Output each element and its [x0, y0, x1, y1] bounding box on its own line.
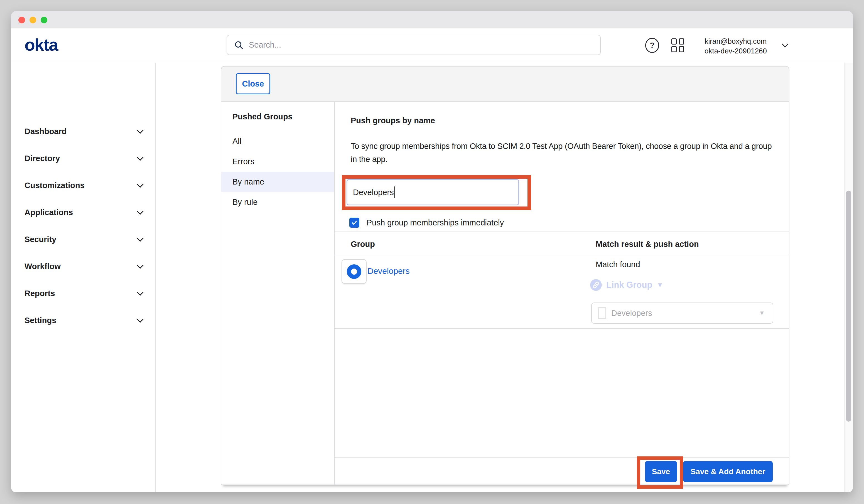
global-search-input[interactable]: Search... — [227, 35, 601, 55]
account-menu[interactable]: kiran@boxyhq.com okta-dev-20901260 — [695, 36, 776, 56]
column-header-match-result: Match result & push action — [596, 240, 699, 249]
text-cursor — [394, 187, 395, 198]
close-window-button[interactable] — [19, 17, 25, 23]
chevron-down-icon — [137, 289, 143, 296]
sidebar: Dashboard Directory Customizations Appli… — [11, 63, 156, 492]
table-row-bottom-border — [335, 328, 789, 329]
app-group-dropdown[interactable]: Developers ▼ — [591, 302, 773, 324]
search-icon — [234, 40, 244, 50]
chevron-down-icon — [137, 181, 143, 188]
chevron-down-icon — [137, 235, 143, 242]
group-name-input[interactable]: Developers — [347, 179, 519, 205]
match-status: Match found — [596, 260, 640, 269]
checkbox-check-icon — [351, 219, 358, 226]
group-avatar — [341, 259, 367, 284]
minimize-window-button[interactable] — [29, 17, 36, 23]
sidebar-item-security[interactable]: Security — [11, 226, 155, 253]
okta-group-icon — [347, 264, 361, 279]
org-name: okta-dev-20901260 — [695, 46, 776, 56]
footer-top-border — [335, 457, 789, 457]
chevron-down-icon — [137, 208, 143, 215]
sidebar-item-dashboard[interactable]: Dashboard — [11, 118, 155, 145]
apps-grid-icon[interactable] — [671, 38, 685, 52]
link-group-label: Link Group — [606, 280, 652, 290]
app-header: okta Search... ? kiran@boxyhq.com okta-d… — [11, 28, 853, 62]
app-group-value: Developers — [611, 309, 759, 318]
table-header-top-border — [335, 231, 789, 232]
search-placeholder: Search... — [249, 40, 281, 49]
group-name-value: Developers — [353, 188, 394, 197]
nav-item-by-name[interactable]: By name — [221, 172, 334, 192]
zoom-window-button[interactable] — [41, 17, 47, 23]
sidebar-item-customizations[interactable]: Customizations — [11, 172, 155, 199]
chevron-down-icon — [137, 154, 143, 160]
panel-toolbar: Close — [221, 67, 789, 101]
form-title: Push groups by name — [351, 116, 435, 125]
chevron-down-icon — [137, 262, 143, 268]
account-chevron-down-icon[interactable] — [782, 41, 788, 47]
sidebar-item-workflow[interactable]: Workflow — [11, 253, 155, 280]
chevron-down-icon — [137, 316, 143, 323]
push-immediately-checkbox[interactable] — [349, 218, 359, 228]
table-header-bottom-border — [335, 255, 789, 255]
okta-logo: okta — [24, 28, 58, 62]
push-immediately-label: Push group memberships immediately — [367, 218, 504, 228]
pushed-groups-title: Pushed Groups — [232, 107, 292, 127]
nav-item-errors[interactable]: Errors — [221, 152, 334, 172]
browser-window: okta Search... ? kiran@boxyhq.com okta-d… — [11, 11, 853, 492]
nav-item-all[interactable]: All — [221, 131, 334, 152]
nav-item-by-rule[interactable]: By rule — [221, 192, 334, 212]
link-icon — [590, 279, 602, 291]
dropdown-caret-icon: ▼ — [759, 310, 765, 317]
close-button[interactable]: Close — [236, 73, 270, 94]
form-description: To sync group memberships from Okta to S… — [351, 140, 779, 166]
pushed-groups-nav: Pushed Groups All Errors By name By rule — [221, 102, 335, 485]
user-email: kiran@boxyhq.com — [695, 36, 776, 46]
group-link[interactable]: Developers — [368, 266, 410, 276]
sidebar-item-applications[interactable]: Applications — [11, 199, 155, 226]
sidebar-item-directory[interactable]: Directory — [11, 145, 155, 172]
sidebar-item-reports[interactable]: Reports — [11, 280, 155, 307]
sidebar-item-settings[interactable]: Settings — [11, 307, 155, 334]
link-group-button[interactable]: Link Group ▼ — [590, 278, 663, 292]
app-group-icon — [598, 307, 606, 319]
chevron-down-icon — [137, 127, 143, 134]
push-groups-panel: Close Pushed Groups All Errors By name B… — [221, 66, 789, 485]
save-and-add-another-button[interactable]: Save & Add Another — [683, 461, 773, 482]
link-group-caret-icon: ▼ — [657, 281, 663, 289]
help-icon[interactable]: ? — [645, 38, 659, 53]
title-bar — [11, 11, 853, 28]
push-groups-form: Push groups by name To sync group member… — [335, 102, 789, 485]
column-header-group: Group — [351, 240, 375, 249]
scrollbar-thumb[interactable] — [846, 191, 851, 422]
save-button[interactable]: Save — [645, 461, 677, 482]
